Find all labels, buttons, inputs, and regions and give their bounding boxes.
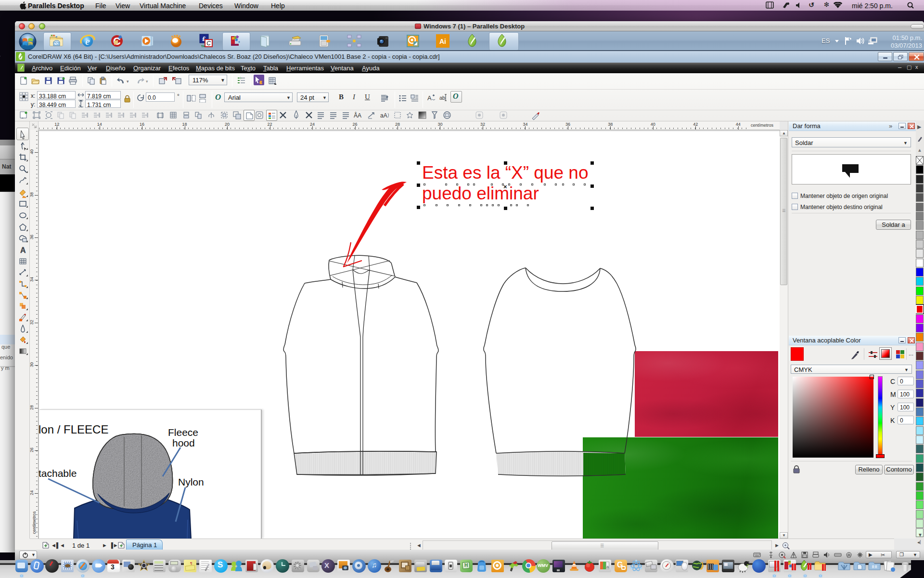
svg-text:C: C — [206, 40, 211, 47]
svg-text:e: e — [85, 36, 90, 47]
svg-text:TA: TA — [201, 45, 205, 48]
svg-text:Ai: Ai — [439, 38, 446, 45]
svg-text:A: A — [20, 246, 26, 254]
